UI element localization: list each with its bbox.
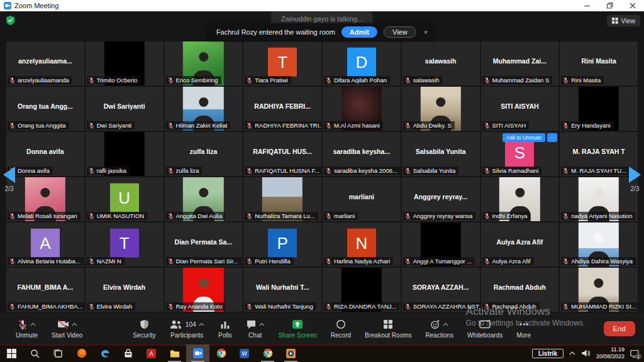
participant-tile[interactable]: PPutri Hendilla <box>243 222 321 266</box>
toolbar-unmute-button[interactable]: Unmute <box>9 319 45 339</box>
participant-tile[interactable]: MUHAMMAD RIZKI SI... <box>560 268 638 312</box>
participant-tile[interactable]: Anggita Dwi Aulia <box>165 177 243 221</box>
participant-more-button[interactable]: ··· <box>547 133 558 142</box>
participant-tile[interactable]: Rini MasitaRini Masita <box>560 41 638 85</box>
participant-tile[interactable]: RIZA DIANDRA TANJ... <box>323 268 401 312</box>
taskbar-task-view-icon[interactable] <box>47 344 70 362</box>
participant-tile[interactable]: M. RAJA SYAH TM. RAJA SYAH TU... <box>560 132 638 176</box>
toolbar-polls-button[interactable]: Polls <box>211 319 239 339</box>
participant-tile[interactable]: Anggrey reyray...Anggrey reyray wansa <box>402 177 480 221</box>
toolbar-security-button[interactable]: Security <box>126 319 162 339</box>
chevron-up-icon[interactable] <box>30 322 36 326</box>
participant-tile[interactable]: Salsabila YunitaSalsabila Yunita <box>402 132 480 176</box>
previous-page-arrow[interactable]: 2/3 <box>3 167 15 192</box>
participant-tile[interactable]: zulfa lizazulfa liza <box>165 132 243 176</box>
taskbar-acrobat-icon[interactable]: A <box>140 344 163 362</box>
participant-tile[interactable]: AAlvina Betaria Hutaba... <box>6 222 84 266</box>
toolbar-share-screen-button[interactable]: Share Screen <box>272 319 324 339</box>
taskbar-edge-icon[interactable] <box>93 344 116 362</box>
participant-tile[interactable]: Erico Sembiring <box>165 41 243 85</box>
taskbar-media-player-icon[interactable] <box>279 344 303 362</box>
restore-button[interactable] <box>606 2 614 9</box>
gallery-view-label: View <box>621 17 635 25</box>
participant-tile[interactable]: Elvira WirdahElvira Wirdah <box>86 268 164 312</box>
minimize-button[interactable] <box>584 2 591 9</box>
toolbar-whiteboards-button[interactable]: Whiteboards <box>460 319 509 339</box>
participant-tile[interactable]: Muhammad Zai...Muhammad Zaidan S <box>481 41 559 85</box>
chevron-up-icon[interactable] <box>199 322 204 326</box>
taskbar-store-icon[interactable] <box>116 344 140 362</box>
participant-tile[interactable]: Wali Nurhafni T...Wali Nurhafni Tanjung <box>243 268 321 312</box>
participant-tile[interactable]: SITI AISYAHSITI AISYAH <box>481 87 559 131</box>
participant-tile[interactable]: salawasihsalawasih <box>402 41 480 85</box>
participant-name-label: Anggi A Tumanggor ... <box>413 258 472 265</box>
admit-button[interactable]: Admit <box>341 26 377 38</box>
participant-tile[interactable]: rafli jassika <box>86 132 164 176</box>
participant-tile[interactable]: Ray Ananda Koto <box>165 268 243 312</box>
participant-tile[interactable]: Anggi A Tumanggor ... <box>402 222 480 266</box>
participant-tile[interactable]: nadya Ariyani Nasution <box>560 177 638 221</box>
participant-tile[interactable]: Aulya Azra AfifAulya Azra Afif <box>481 222 559 266</box>
participant-tile[interactable]: Indhi Erfanya <box>481 177 559 221</box>
volume-icon[interactable] <box>581 349 591 357</box>
toolbar-record-button[interactable]: Record <box>324 319 358 339</box>
notification-close-icon[interactable]: × <box>424 28 428 36</box>
taskbar-zoom-icon[interactable] <box>186 344 209 362</box>
taskbar-search-icon[interactable] <box>23 344 47 362</box>
toolbar-chat-button[interactable]: Chat <box>239 319 272 339</box>
participant-tile[interactable]: Abdu Dwiky. S <box>402 87 480 131</box>
participant-tile[interactable]: marlianimarliani <box>323 177 401 221</box>
taskbar-firefox-icon[interactable] <box>70 344 93 362</box>
participant-name-tag: salawasih <box>403 76 443 84</box>
participant-tile[interactable]: Rachmad AbduhRachmad Abduh <box>481 268 559 312</box>
toolbar-reactions-button[interactable]: Reactions <box>419 319 460 339</box>
security-shield-icon[interactable] <box>6 15 15 28</box>
next-page-arrow[interactable]: 2/3 <box>629 167 641 192</box>
participant-tile[interactable]: DDifara Aqilah Pohan <box>323 41 401 85</box>
chevron-up-icon[interactable] <box>72 322 77 326</box>
taskbar-language-label[interactable]: Listrik <box>532 349 564 358</box>
taskbar-clock[interactable]: 11.19 20/08/2022 <box>596 346 625 361</box>
participant-tile[interactable]: RAFIQATUL HUS...RAFIQATUL HUSNA F... <box>243 132 321 176</box>
participant-tile[interactable]: Trimito Ocberio <box>86 41 164 85</box>
gallery-view-button[interactable]: View <box>607 15 640 26</box>
toolbar-breakout-rooms-button[interactable]: Breakout Rooms <box>358 319 418 339</box>
participant-tile[interactable]: Dwi SariyantiDwi Sariyanti <box>86 87 164 131</box>
toolbar-start-video-button[interactable]: Start Video <box>45 319 89 339</box>
taskbar-chrome-2-icon[interactable] <box>256 344 279 362</box>
participant-tile[interactable]: FAHUM_BIMA A...FAHUM_BIMA AKHBA... <box>6 268 84 312</box>
participant-tile[interactable]: TNAZMI N <box>86 222 164 266</box>
close-button[interactable] <box>629 2 636 9</box>
participant-tile[interactable]: saradiba keysha...saradiba keysha 2006..… <box>323 132 401 176</box>
participant-tile[interactable]: anzelyauliaama...anzelyauliaamanda <box>6 41 84 85</box>
end-meeting-button[interactable]: End <box>604 321 635 336</box>
taskbar-chrome-icon[interactable] <box>209 344 233 362</box>
participant-tile[interactable]: Ery Handayani <box>560 87 638 131</box>
participant-tile[interactable]: RADHIYA FEBRI...RADHIYA FEBRINA TRI... <box>243 87 321 131</box>
participant-tile[interactable]: M.Al Azmi hasani <box>323 87 401 131</box>
taskbar-word-icon[interactable]: W <box>233 344 256 362</box>
participant-tile[interactable]: SORAYA AZZAH...SORAYA AZZAHRA NST <box>402 268 480 312</box>
participant-name-label: Salsabila Yunita <box>413 167 455 174</box>
participant-tile[interactable]: Dian Permata Sa...Dian Permata Sari Sir.… <box>165 222 243 266</box>
participant-tile[interactable]: Nurhaliza Tamara Lu... <box>243 177 321 221</box>
participant-tile[interactable]: Hilman Zakiri Keliat <box>165 87 243 131</box>
action-center-icon[interactable]: 1 <box>630 349 639 358</box>
taskbar-file-explorer-icon[interactable] <box>163 344 186 362</box>
participant-tile[interactable]: SAsk to Unmute···Silvia Ramadhani <box>481 132 559 176</box>
participant-tile[interactable]: Melati Rosali turangan <box>6 177 84 221</box>
chevron-up-icon[interactable] <box>443 322 448 326</box>
hidden-icons-chevron-icon[interactable] <box>569 351 575 355</box>
participant-tile[interactable]: NHarlina Nadya Azhari <box>323 222 401 266</box>
ask-to-unmute-button[interactable]: Ask to Unmute <box>502 133 545 142</box>
taskbar-start-icon[interactable] <box>0 344 23 362</box>
participant-tile[interactable]: Orang tua Angg...Orang tua Anggita <box>6 87 84 131</box>
participant-tile[interactable]: UUMIK NASUTION <box>86 177 164 221</box>
toolbar-more-button[interactable]: More <box>509 319 538 339</box>
toolbar-participants-button[interactable]: 104Participants <box>162 319 211 339</box>
participant-tile[interactable]: Ahdiya Dahira Wasyiya <box>560 222 638 266</box>
notification-view-button[interactable]: View <box>384 26 416 38</box>
participant-tile[interactable]: Donna avifaDonna avifa <box>6 132 84 176</box>
chevron-up-icon[interactable] <box>259 322 265 326</box>
participant-tile[interactable]: TTiara Pratiwi <box>243 41 321 85</box>
